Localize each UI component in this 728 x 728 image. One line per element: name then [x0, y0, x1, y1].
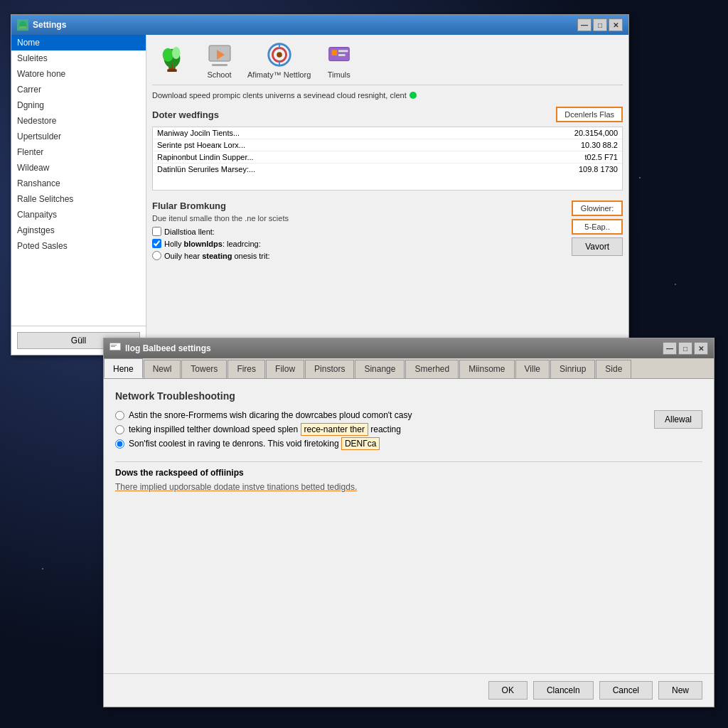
- sidebar-item-watore[interactable]: Watore hone: [11, 66, 146, 82]
- radio-option-1-text: Astin the snore-Frormems wish dicaring t…: [129, 410, 412, 420]
- glowiner-button[interactable]: Glowiner:: [572, 200, 623, 216]
- plant-icon-item[interactable]: [152, 45, 191, 75]
- sidebar-item-dgning[interactable]: Dgning: [11, 97, 146, 113]
- flular-title: Flular Bromkung: [152, 200, 564, 211]
- settings-window-icon: [17, 19, 28, 31]
- schoot-icon: [205, 41, 234, 69]
- dialog-title-bar: llog Balbeed settings — □ ✕: [104, 338, 714, 358]
- tab-pinstors[interactable]: Pinstors: [305, 360, 354, 378]
- svg-rect-20: [338, 54, 346, 56]
- radio-row-1: Astin the snore-Frormems wish dicaring t…: [115, 410, 702, 453]
- highlight-1: rece-nanter ther: [301, 423, 368, 436]
- tab-fires[interactable]: Fires: [228, 360, 265, 378]
- tab-ville[interactable]: Ville: [515, 360, 550, 378]
- timuls-icon: [325, 41, 353, 69]
- svg-point-5: [162, 48, 173, 62]
- dialog-window-icon: [109, 343, 121, 354]
- ouily-radio[interactable]: [152, 251, 161, 260]
- tab-hene[interactable]: Hene: [104, 358, 143, 378]
- sidebar-item-nedestore[interactable]: Nedestore: [11, 113, 146, 129]
- settings-window-controls: — □ ✕: [577, 18, 623, 31]
- sidebar-item-wildeaw[interactable]: Wildeaw: [11, 160, 146, 176]
- list-item: Datinlün Seruriles Marsey:... 109.8 1730: [153, 164, 622, 175]
- dialog-window-controls: — □ ✕: [663, 342, 708, 355]
- status-text: Download speed prompic clents univerns a…: [152, 91, 407, 100]
- settings-maximize-button[interactable]: □: [593, 18, 607, 31]
- checkbox2-label: Holly blownldps: leadrcing:: [164, 240, 261, 248]
- radio-option-3-input[interactable]: [115, 439, 124, 449]
- radio-option-2-input[interactable]: [115, 425, 124, 434]
- svg-point-6: [172, 47, 180, 59]
- sidebar-item-poted[interactable]: Poted Sasles: [11, 238, 146, 254]
- sidebar-item-ranshance[interactable]: Ranshance: [11, 176, 146, 191]
- tab-smerhed[interactable]: Smerhed: [405, 360, 459, 378]
- eap-button[interactable]: 5-Eap..: [572, 219, 623, 235]
- flular-right: Glowiner: 5-Eap.. Vavort: [572, 200, 623, 256]
- dialog-maximize-button[interactable]: □: [678, 342, 692, 355]
- tab-sinriup[interactable]: Sinriup: [550, 360, 595, 378]
- checkbox1-label: Diallstioa llent:: [164, 228, 215, 236]
- new-button[interactable]: New: [658, 681, 702, 700]
- checkbox-row-1: Diallstioa llent:: [152, 227, 564, 236]
- sidebar-item-nome[interactable]: Nome: [11, 35, 146, 50]
- dcenlerls-flas-button[interactable]: Dcenlerls Flas: [556, 107, 623, 122]
- network-troubleshooting-title: Network Troubleshooting: [115, 390, 702, 402]
- radio-option-3: Son'fist coolest in raving te denrons. T…: [115, 439, 648, 449]
- timuls-item[interactable]: Timuls: [319, 41, 358, 79]
- vavort-button[interactable]: Vavort: [572, 237, 623, 256]
- checkbox-row-2: Holly blownldps: leadrcing:: [152, 239, 564, 248]
- schoot-label: Schoot: [207, 70, 231, 79]
- sidebar-item-aginstges[interactable]: Aginstges: [11, 223, 146, 238]
- sidebar-item-clanpaitys[interactable]: Clanpaitys: [11, 207, 146, 223]
- flular-header: Flular Bromkung Due itenul smalle thon t…: [152, 200, 623, 263]
- list-item: Rapinопbut Lindin Supper... t02.5 F71: [153, 151, 622, 164]
- svg-rect-8: [167, 69, 176, 72]
- tab-newl[interactable]: Newl: [144, 360, 181, 378]
- radio-option-2: teking inspilled telther download speed …: [115, 424, 648, 434]
- cancel-button[interactable]: Cancel: [599, 681, 653, 700]
- settings-window: Settings — □ ✕ Nome Suleites Watore hone…: [11, 14, 629, 355]
- tab-sinange[interactable]: Sinange: [355, 360, 405, 378]
- svg-rect-18: [331, 50, 337, 55]
- status-line: Download speed prompic clents univerns a…: [152, 91, 623, 100]
- allewal-container: Allewal: [654, 410, 702, 429]
- dialog-title: llog Balbeed settings: [125, 343, 663, 353]
- tab-side[interactable]: Side: [596, 360, 631, 378]
- tab-filow[interactable]: Filow: [266, 360, 304, 378]
- schoot-item[interactable]: Schoot: [200, 41, 239, 79]
- dialog-minimize-button[interactable]: —: [663, 342, 677, 355]
- dialog-content: Network Troubleshooting Astin the snore-…: [104, 379, 714, 673]
- radio-row-1: Ouily hear steating onesis trit:: [152, 251, 564, 260]
- svg-rect-19: [338, 50, 348, 52]
- settings-minimize-button[interactable]: —: [577, 18, 592, 31]
- afimaty-item[interactable]: Afimaty™ Nettlorg: [247, 41, 311, 79]
- sidebar-item-carrer[interactable]: Carrer: [11, 82, 146, 97]
- svg-rect-2: [19, 26, 26, 28]
- afimaty-icon: [265, 41, 294, 69]
- tab-miinsome[interactable]: Miinsome: [459, 360, 514, 378]
- sidebar-item-ralle[interactable]: Ralle Selitches: [11, 191, 146, 207]
- settings-close-button[interactable]: ✕: [609, 18, 623, 31]
- diallstioa-checkbox[interactable]: [152, 227, 161, 236]
- svg-rect-24: [111, 346, 115, 347]
- radio1-label: Ouily hear steating onesis trit:: [164, 252, 270, 260]
- dialog-window: llog Balbeed settings — □ ✕ Hene Newl To…: [103, 338, 714, 707]
- sidebar-item-upertsulder[interactable]: Upertsulder: [11, 129, 146, 144]
- dialog-close-button[interactable]: ✕: [694, 342, 708, 355]
- flular-left: Flular Bromkung Due itenul smalle thon t…: [152, 200, 564, 263]
- tab-towers[interactable]: Towers: [181, 360, 227, 378]
- sidebar-item-suleites[interactable]: Suleites: [11, 50, 146, 66]
- ok-button[interactable]: OK: [488, 681, 528, 700]
- svg-point-14: [277, 52, 282, 58]
- settings-title-bar: Settings — □ ✕: [11, 15, 628, 35]
- radio-option-1-input[interactable]: [115, 411, 124, 420]
- sub-section-title: Dows the rackspeed of offiinips: [115, 468, 702, 478]
- radio-option-3-text: Son'fist coolest in raving te denrons. T…: [129, 439, 380, 449]
- sub-section: Dows the rackspeed of offiinips There im…: [115, 461, 702, 492]
- allewal-button[interactable]: Allewal: [654, 410, 702, 429]
- clanceln-button[interactable]: Clanceln: [533, 681, 594, 700]
- sidebar-item-flenter[interactable]: Flenter: [11, 144, 146, 160]
- radio-option-1: Astin the snore-Frormems wish dicaring t…: [115, 410, 648, 420]
- holly-checkbox[interactable]: [152, 239, 161, 248]
- doter-title: Doter wedfings: [152, 109, 219, 120]
